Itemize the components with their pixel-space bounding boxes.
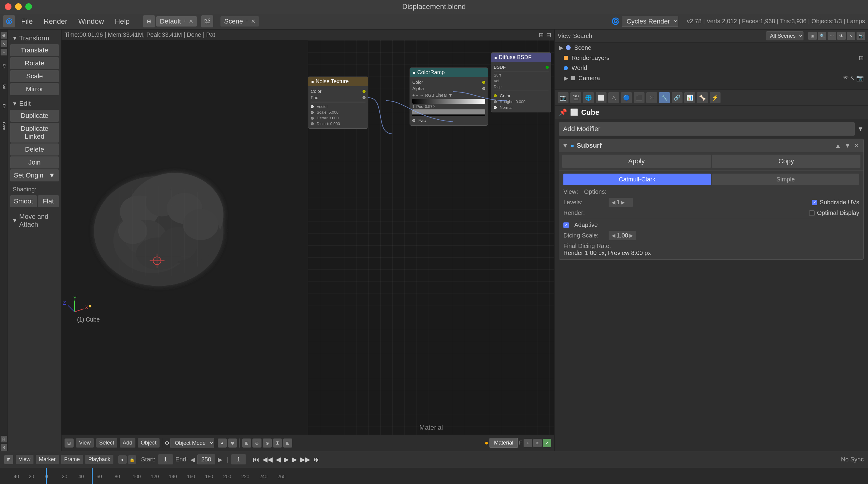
catmull-clark-button[interactable]: Catmull-Clark: [563, 173, 711, 185]
tl-lock-icon[interactable]: 🔒: [128, 455, 136, 464]
material-add-icon[interactable]: +: [524, 439, 532, 447]
render-icon[interactable]: ⊕: [228, 439, 237, 448]
nt-scale-input[interactable]: [311, 111, 314, 114]
material-check-icon[interactable]: ✓: [543, 439, 551, 447]
select-icon[interactable]: ↖: [1, 40, 7, 47]
levels-value[interactable]: ◀ 1 ▶: [609, 198, 633, 207]
timeline-mode-icon[interactable]: ⊞: [4, 455, 13, 464]
play-button[interactable]: ▶: [283, 454, 290, 465]
outliner-vis-icon[interactable]: 👁: [837, 32, 846, 40]
jump-start-button[interactable]: ⏮: [251, 454, 260, 465]
solid-shading-icon[interactable]: ●: [218, 439, 227, 448]
cr-gradient-bar[interactable]: [412, 99, 485, 104]
outliner-renderlayers-item[interactable]: RenderLayers ⊞: [555, 53, 868, 63]
nt-fac-output[interactable]: [363, 96, 366, 99]
menu-render[interactable]: Render: [39, 15, 72, 27]
jump-end-button[interactable]: ⏭: [312, 454, 321, 465]
duplicate-linked-button[interactable]: Duplicate Linked: [10, 123, 59, 142]
cam-render-icon[interactable]: 📷: [856, 74, 864, 82]
prop-bone-icon[interactable]: 🦴: [697, 92, 708, 103]
render-engine-select[interactable]: Cycles Render: [622, 16, 678, 27]
workspace-tab-default[interactable]: Default + ✕: [156, 16, 197, 27]
next-keyframe-button[interactable]: ▶: [291, 454, 298, 465]
outliner-scene-item[interactable]: ▶ Scene: [555, 42, 868, 53]
prop-material-icon[interactable]: 🔵: [621, 92, 632, 103]
prop-physics-icon[interactable]: ⚡: [710, 92, 720, 103]
scene-add-icon[interactable]: +: [246, 18, 249, 24]
nt-detail-input[interactable]: [311, 117, 314, 120]
snap-icon[interactable]: ⊗: [263, 439, 272, 448]
prop-render-icon[interactable]: 📷: [558, 92, 568, 103]
rotate-button[interactable]: Rotate: [10, 57, 59, 69]
outliner-more-icon[interactable]: ⋯: [828, 32, 836, 40]
set-origin-button[interactable]: Set Origin ▼: [10, 169, 59, 182]
window-controls[interactable]: [5, 3, 32, 10]
mode-select-area[interactable]: ⊙ Object Mode: [165, 438, 214, 448]
pin-icon[interactable]: 📌: [559, 108, 567, 116]
flat-button[interactable]: Flat: [38, 195, 59, 207]
outliner-view-btn[interactable]: View: [558, 33, 570, 39]
join-button[interactable]: Join: [10, 156, 59, 168]
start-frame-input[interactable]: [158, 454, 173, 464]
prev-frame-button[interactable]: ◀◀: [261, 454, 274, 465]
duplicate-button[interactable]: Duplicate: [10, 110, 59, 122]
viewport-mode-icon[interactable]: ⊞: [65, 439, 73, 448]
timeline-ruler[interactable]: -40 -20 0 20 40 60 80 100 120 140 160 18…: [0, 468, 868, 484]
cr-fac-input[interactable]: [412, 119, 415, 122]
gizmo-icon[interactable]: ⊕: [252, 439, 261, 448]
diffuse-bsdf-node[interactable]: ■ Diffuse BSDF BSDF Surf Vol Disp: [491, 53, 551, 112]
end-frame-input[interactable]: [197, 454, 215, 464]
normal-socket[interactable]: [494, 106, 497, 109]
cam-eye-icon[interactable]: 👁: [843, 74, 849, 82]
prop-object-icon[interactable]: ⬜: [596, 92, 607, 103]
timeline-marker-btn[interactable]: Marker: [36, 455, 59, 464]
optimal-display-checkbox[interactable]: [809, 211, 815, 216]
add-button[interactable]: Add: [120, 438, 135, 448]
node-editor[interactable]: ■ Diffuse BSDF BSDF Surf Vol Disp: [308, 40, 554, 434]
prop-constraint-icon[interactable]: 🔗: [672, 92, 683, 103]
current-frame-input[interactable]: [231, 454, 246, 464]
outliner-world-item[interactable]: World: [555, 63, 868, 73]
mirror-button[interactable]: Mirror: [10, 83, 59, 95]
outliner-camera-item[interactable]: ▶ Camera 👁 ↖ 📷: [555, 73, 868, 83]
material-remove-icon[interactable]: ✕: [533, 439, 542, 447]
close-window-button[interactable]: [5, 3, 11, 10]
translate-button[interactable]: Translate: [10, 44, 59, 56]
3d-viewport[interactable]: X Y Z (1) Cube: [62, 40, 308, 434]
workspace-add-icon[interactable]: +: [183, 18, 187, 24]
scene-close-icon[interactable]: ✕: [251, 18, 255, 25]
view-button[interactable]: View: [76, 438, 94, 448]
dicing-scale-value[interactable]: ◀ 1.00 ▶: [609, 231, 636, 240]
cam-cursor-icon[interactable]: ↖: [850, 74, 855, 82]
dicing-inc-icon[interactable]: ▶: [629, 233, 633, 238]
next-frame-button[interactable]: ▶▶: [299, 454, 312, 465]
add-modifier-button[interactable]: Add Modifier: [559, 122, 855, 136]
outliner-search-icon[interactable]: 🔍: [818, 32, 826, 40]
prop-modifier-icon[interactable]: 🔧: [659, 92, 670, 103]
dicing-dec-icon[interactable]: ◀: [612, 233, 615, 238]
viewport-expand-icon-h[interactable]: ⊞: [539, 31, 544, 39]
smooth-button[interactable]: Smoot: [10, 195, 37, 207]
tl-record-icon[interactable]: ●: [118, 455, 127, 464]
mod-eye-icon[interactable]: ●: [570, 142, 574, 149]
blender-icon[interactable]: 🌀: [3, 15, 15, 27]
levels-decrease-icon[interactable]: ◀: [612, 199, 615, 205]
color-ramp-node[interactable]: ■ ColorRamp Color Alpha + − ↔ RGB: [409, 67, 488, 126]
view-icon[interactable]: ⊕: [1, 32, 7, 39]
menu-help[interactable]: Help: [110, 15, 134, 27]
timeline-view-btn[interactable]: View: [16, 455, 33, 464]
cr-alpha-output[interactable]: [482, 87, 485, 90]
select-button[interactable]: Select: [96, 438, 117, 448]
prop-data-icon[interactable]: 📊: [684, 92, 695, 103]
prop-edit-icon[interactable]: ⦿: [273, 439, 282, 448]
all-scenes-select[interactable]: All Scenes: [766, 31, 803, 40]
prop-particle-icon[interactable]: ⁙: [646, 92, 657, 103]
outliner-search-btn[interactable]: Search: [573, 33, 592, 39]
outliner-filter-icon[interactable]: ⊞: [808, 32, 817, 40]
prop-world-icon[interactable]: 🌐: [583, 92, 594, 103]
mod-close-button[interactable]: ✕: [853, 141, 861, 150]
add-icon[interactable]: +: [1, 49, 7, 56]
scale-button[interactable]: Scale: [10, 70, 59, 82]
bsdf-output-socket[interactable]: [546, 66, 549, 69]
outliner-sel-icon[interactable]: ↖: [847, 32, 855, 40]
